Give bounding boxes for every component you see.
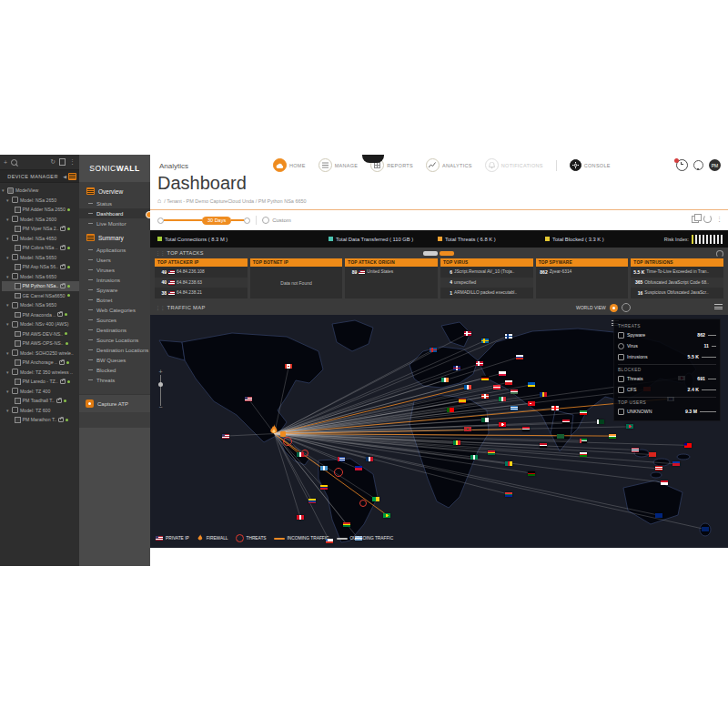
country-flag-marker-dz[interactable] [481, 418, 489, 422]
world-view-on-toggle[interactable] [610, 304, 618, 312]
panel-icon[interactable] [59, 158, 66, 166]
tree-model-item[interactable]: ▾Model: NSa 5650 [2, 253, 79, 263]
country-flag-marker-th[interactable] [632, 448, 639, 452]
sidebar-item-web-categories[interactable]: Web Categories [79, 305, 150, 315]
device-checkbox[interactable] [15, 207, 21, 213]
kebab-menu-icon[interactable]: ⋮ [69, 158, 76, 166]
tree-device-item[interactable]: PM Viper NSa 2.. [2, 224, 79, 234]
tree-device-item[interactable]: PM Laredo - TZ.. [2, 377, 79, 387]
threat-panel-row[interactable]: Threats691 [618, 373, 716, 384]
sidebar-item-threats[interactable]: Threats [79, 375, 150, 385]
attack-panel-row[interactable]: 862Zyear-6314 [536, 267, 629, 278]
country-flag-marker-bo[interactable] [343, 522, 350, 527]
country-flag-marker-ua[interactable] [528, 382, 535, 387]
attack-panel-row[interactable]: 4964.84.236.108 [155, 267, 248, 278]
country-flag-marker-pl[interactable] [499, 371, 506, 376]
country-flag-marker-ke[interactable] [528, 471, 535, 476]
add-device-icon[interactable]: + [4, 159, 7, 166]
country-flag-marker-ht[interactable] [355, 466, 362, 470]
country-flag-marker-ph[interactable] [672, 461, 680, 466]
country-flag-marker-co[interactable] [308, 499, 316, 503]
country-flag-marker-sn[interactable] [453, 440, 460, 445]
tree-model-item[interactable]: ▾Model: SOHO250 wirele.. [2, 349, 79, 359]
country-flag-marker-bd[interactable] [626, 424, 633, 429]
country-flag-marker-ro[interactable] [540, 392, 547, 397]
device-checkbox[interactable] [15, 417, 21, 423]
country-flag-marker-om[interactable] [580, 452, 587, 457]
tree-device-item[interactable]: PM AWS-DEV-NS.. [2, 329, 79, 339]
country-flag-marker-ru[interactable] [516, 355, 523, 359]
sidebar-item-spyware[interactable]: Spyware [79, 285, 150, 295]
sidebar-item-source-locations[interactable]: Source Locations [79, 335, 150, 345]
sidebar-item-users[interactable]: Users [79, 255, 150, 265]
country-flag-marker-at[interactable] [493, 385, 500, 389]
tree-device-item[interactable]: PM Cobra NSa .. [2, 243, 79, 253]
collapse-arrow-icon[interactable]: ◀ [63, 174, 66, 179]
more-options-icon[interactable]: ⋮ [716, 216, 723, 223]
sidebar-item-applications[interactable]: Applications [79, 245, 150, 255]
device-checkbox[interactable] [15, 226, 21, 232]
sidebar-item-botnet[interactable]: Botnet [79, 295, 150, 305]
custom-radio[interactable] [262, 217, 269, 224]
tree-model-item[interactable]: ▾Model: NSa 2600 [2, 215, 79, 225]
search-icon[interactable] [11, 159, 17, 166]
sidebar-item-viruses[interactable]: Viruses [79, 265, 150, 275]
country-flag-marker-pe[interactable] [297, 515, 304, 520]
country-flag-marker-tn[interactable] [499, 422, 506, 427]
refresh-icon[interactable]: ↻ [50, 158, 56, 166]
slider-start-handle[interactable] [157, 217, 164, 224]
device-checkbox[interactable] [15, 340, 21, 347]
country-flag-marker-de[interactable] [481, 376, 489, 380]
top-nav-home[interactable]: HOME [273, 158, 306, 172]
zoom-knob[interactable] [158, 382, 163, 387]
country-flag-marker-iq[interactable] [562, 420, 570, 424]
country-flag-marker-gt[interactable] [320, 466, 328, 470]
sidebar-item-status[interactable]: Status [79, 198, 150, 208]
device-checkbox[interactable] [15, 331, 21, 338]
drag-grip-icon[interactable]: ⋮⋮ [156, 305, 166, 310]
toggle-right[interactable] [440, 251, 454, 256]
country-flag-marker-tw[interactable] [684, 443, 692, 448]
country-flag-marker-pt[interactable] [447, 408, 454, 412]
zoom-out-icon[interactable]: − [158, 405, 162, 410]
attacks-view-toggle[interactable] [423, 251, 454, 256]
alerts-clock-icon[interactable] [676, 159, 688, 171]
country-flag-marker-gr[interactable] [511, 406, 518, 410]
attack-panel-row[interactable]: 5.5 KTime-To-Live Exceeded in Tran.. [631, 267, 723, 278]
section-refresh-icon[interactable] [716, 250, 723, 258]
country-flag-marker-se[interactable] [481, 339, 489, 343]
country-flag-marker-ma[interactable] [464, 427, 471, 431]
tree-device-item[interactable]: PM Anchorage .. [2, 358, 79, 368]
device-checkbox[interactable] [15, 312, 21, 318]
country-flag-marker-vn[interactable] [649, 452, 656, 457]
country-flag-marker-ye[interactable] [540, 443, 547, 448]
country-flag-marker-gy[interactable] [372, 497, 379, 501]
capture-atp-item[interactable]: Capture ATP [79, 394, 150, 412]
threat-panel-row[interactable]: UNKNOWN9.3 M [618, 406, 716, 417]
tree-model-item[interactable]: ▾Model: NSv 400 (AWS) [2, 319, 79, 329]
tips-bulb-icon[interactable] [693, 160, 703, 170]
country-flag-marker-cz[interactable] [505, 380, 512, 385]
device-manager-menu-icon[interactable] [68, 173, 76, 180]
country-flag-marker-do[interactable] [366, 457, 373, 461]
attack-panel-row[interactable]: 6JScript.Removal AV_10 (Troja.. [440, 267, 533, 278]
country-flag-marker-hu[interactable] [511, 389, 518, 394]
sidebar-item-intrusions[interactable]: Intrusions [79, 275, 150, 285]
world-view-off-toggle[interactable] [622, 303, 631, 312]
country-flag-marker-pk[interactable] [597, 420, 604, 424]
sidebar-item-live-monitor[interactable]: Live Monitor [79, 218, 150, 228]
device-checkbox[interactable] [15, 359, 21, 366]
tree-device-item[interactable]: PM Adder NSa 2650 [2, 205, 79, 215]
country-flag-marker-ge[interactable] [551, 406, 559, 410]
tree-device-item[interactable]: PM Marathon T.. [2, 415, 79, 425]
export-icon[interactable] [692, 216, 699, 223]
sidebar-item-destinations[interactable]: Destinations [79, 325, 150, 335]
threat-panel-row[interactable]: Virus11 [618, 340, 716, 351]
tree-model-item[interactable]: ▾Model: NSa 9650 [2, 300, 79, 310]
attack-panel-row[interactable]: 365Obfuscated JavaScript Code 68.. [631, 278, 723, 288]
country-flag-marker-ae[interactable] [580, 439, 587, 443]
tree-model-item[interactable]: ▾Model: TZ 400 [2, 387, 79, 397]
top-nav-analytics[interactable]: ANALYTICS [426, 158, 472, 172]
country-flag-marker-fi[interactable] [505, 334, 512, 339]
world-map[interactable]: THREATSSpyware862Virus11Intrusions5.5 KB… [150, 315, 728, 548]
